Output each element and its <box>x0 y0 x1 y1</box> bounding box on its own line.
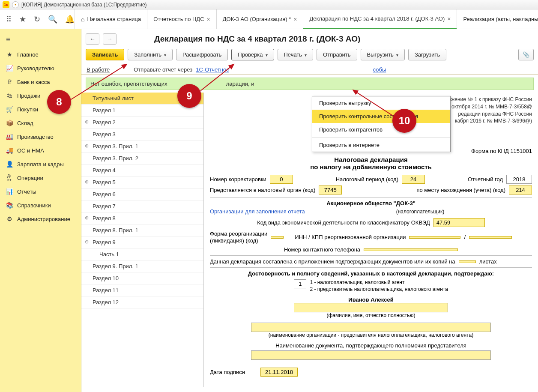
dtkt-icon: ДтКт <box>6 174 13 181</box>
organ-label: Представляется в налоговый орган (код) <box>210 187 315 193</box>
nav-prod[interactable]: 🏭Производство <box>0 130 81 144</box>
rep-field[interactable] <box>251 323 491 332</box>
phone-value[interactable] <box>364 248 458 251</box>
close-icon[interactable]: × <box>207 16 210 23</box>
nav-bank[interactable]: ₽Банк и касса <box>0 75 81 89</box>
expand-icon[interactable]: ⊕ <box>85 215 89 221</box>
reorg-inn[interactable] <box>409 236 460 239</box>
tab-org[interactable]: ДОК-3 АО (Организация) *× <box>216 9 303 29</box>
year-value[interactable]: 2018 <box>506 175 532 184</box>
annotation-8: 8 <box>47 90 71 114</box>
nav-head[interactable]: 📈Руководителю <box>0 61 81 75</box>
write-button[interactable]: Записать <box>86 49 124 60</box>
org-link[interactable]: Организации для заполнения отчета <box>210 208 305 215</box>
tree-item[interactable]: Раздел 3 <box>81 129 203 141</box>
organ-value[interactable]: 7745 <box>319 186 342 195</box>
expand-icon[interactable]: ⊕ <box>85 119 89 125</box>
tree-item[interactable]: ⊕Раздел 3. Прил. 1 <box>81 141 203 153</box>
corr-label: Номер корректировки <box>210 176 266 183</box>
tree-label: Раздел 9 <box>93 239 116 245</box>
phone-label: Номер контактного телефона <box>284 246 360 253</box>
nav-main[interactable]: ★Главное <box>0 48 81 61</box>
status-link2[interactable]: собы <box>373 66 386 73</box>
loc-value[interactable]: 214 <box>509 186 532 195</box>
docrep-label: Наименование документа, подтверждающего … <box>210 342 532 349</box>
signdate-value[interactable]: 21.11.2018 <box>260 368 298 377</box>
attach-button[interactable]: 📎 <box>518 49 534 60</box>
nav-os[interactable]: 🚚ОС и НМА <box>0 144 81 157</box>
print-button[interactable]: Печать <box>278 49 314 60</box>
tree-item-child[interactable]: Часть 1 <box>81 248 203 260</box>
app-1c-icon: 1c <box>3 1 9 8</box>
status-link1[interactable]: 1С-Отчетнос <box>196 66 229 73</box>
export-button[interactable]: Выгрузить <box>361 49 405 60</box>
tree-item[interactable]: ⊕Раздел 5 <box>81 177 203 189</box>
docrep-field[interactable] <box>251 350 491 360</box>
close-icon[interactable]: × <box>293 16 297 23</box>
tab-nds[interactable]: Отчетность по НДС× <box>147 9 216 29</box>
tree-item[interactable]: Раздел 8. Прил. 1 <box>81 224 203 236</box>
menu-check-export[interactable]: Проверить выгрузку <box>312 96 450 110</box>
okved-value[interactable]: 47.59 <box>433 218 485 227</box>
loc-label: по месту нахождения (учета) (код) <box>416 187 505 193</box>
dropdown-icon[interactable]: ▾ <box>12 1 19 8</box>
expand-icon[interactable]: ⊕ <box>85 179 89 185</box>
body-split: Титульный лист Раздел 1 ⊕Раздел 2 Раздел… <box>81 93 538 387</box>
tab-declaration[interactable]: Декларация по НДС за 4 квартал 2018 г. (… <box>303 9 457 29</box>
forward-button[interactable]: → <box>103 33 117 45</box>
reorg-kpp[interactable] <box>469 236 512 239</box>
search-icon[interactable]: 🔍 <box>48 15 57 24</box>
bell-icon[interactable]: 🔔 <box>65 15 75 24</box>
tree-item[interactable]: ⊕Раздел 2 <box>81 117 203 129</box>
tree-label: Раздел 5 <box>93 179 116 186</box>
period-value[interactable]: 24 <box>402 175 425 184</box>
menu-check-internet[interactable]: Проверить в интернете <box>312 138 450 152</box>
pages-value[interactable] <box>459 260 476 263</box>
tree-item[interactable]: Раздел 9. Прил. 1 <box>81 260 203 272</box>
send-button[interactable]: Отправить <box>317 49 357 60</box>
tree-item[interactable]: Раздел 3. Прил. 2 <box>81 153 203 165</box>
expand-icon[interactable]: ⊕ <box>85 143 89 149</box>
apps-icon[interactable]: ⠿ <box>6 15 12 24</box>
corr-value[interactable]: 0 <box>270 175 293 184</box>
menu-check-counterparties[interactable]: Проверить контрагентов <box>312 123 450 136</box>
reorg-label1: Форма реорганизации <box>210 230 267 237</box>
check-dropdown: Проверить выгрузку Проверить контрольные… <box>312 96 451 152</box>
tab-home[interactable]: ⌂Начальная страница <box>75 9 147 29</box>
back-button[interactable]: ← <box>86 33 99 45</box>
nav-adm[interactable]: ⚙Администрирование <box>0 212 81 226</box>
fill-button[interactable]: Заполнить <box>128 49 173 60</box>
tree-item[interactable]: Раздел 6 <box>81 189 203 200</box>
nav-stock[interactable]: 📦Склад <box>0 116 81 130</box>
factory-icon: 🏭 <box>6 133 13 140</box>
page-title: Декларация по НДС за 4 квартал 2018 г. (… <box>154 34 360 44</box>
tree-item[interactable]: Раздел 12 <box>81 296 203 308</box>
nav-ops[interactable]: ДтКтОперации <box>0 171 81 185</box>
menu-check-ratios[interactable]: Проверить контрольные соотношения <box>312 110 450 123</box>
nav-sal[interactable]: 👤Зарплата и кадры <box>0 157 81 171</box>
history-icon[interactable]: ↻ <box>34 15 40 24</box>
status-label[interactable]: В работе <box>87 66 110 73</box>
load-button[interactable]: Загрузить <box>408 49 446 60</box>
tree-item[interactable]: Раздел 11 <box>81 284 203 296</box>
decrypt-button[interactable]: Расшифровать <box>176 49 228 60</box>
collapse-icon[interactable]: ⊖ <box>85 239 89 245</box>
reorg-code[interactable] <box>271 236 284 239</box>
tree-item[interactable]: Раздел 7 <box>81 200 203 212</box>
tree-item[interactable]: ⊖Раздел 9 <box>81 236 203 248</box>
person-icon: 👤 <box>6 161 13 168</box>
tree-item[interactable]: Раздел 4 <box>81 165 203 177</box>
tab-real[interactable]: Реализация (акты, накладные) <box>457 9 538 29</box>
who-value[interactable]: 1 <box>294 279 306 288</box>
fio-field[interactable] <box>294 303 448 312</box>
tree-item[interactable]: ⊕Раздел 8 <box>81 212 203 224</box>
nav-label: Покупки <box>17 106 38 113</box>
check-button[interactable]: Проверка <box>231 49 274 60</box>
nav-ref[interactable]: 📚Справочники <box>0 198 81 212</box>
annotation-9: 9 <box>177 84 201 108</box>
star-icon[interactable]: ★ <box>19 15 26 24</box>
nav-rep[interactable]: 📊Отчеты <box>0 185 81 198</box>
menu-icon[interactable]: ≡ <box>0 32 81 48</box>
tree-item[interactable]: Раздел 10 <box>81 272 203 284</box>
close-icon[interactable]: × <box>447 15 451 22</box>
